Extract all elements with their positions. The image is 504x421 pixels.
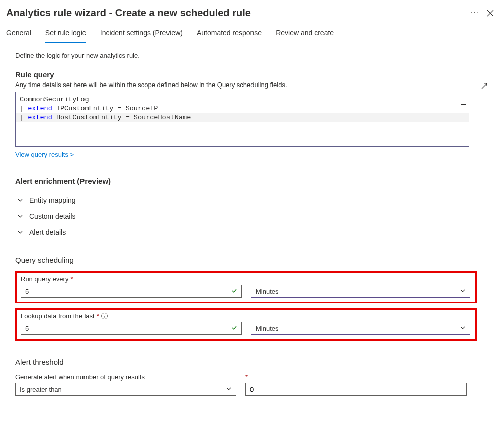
chevron-down-icon: [17, 197, 23, 203]
lookup-data-value-input[interactable]: 5: [21, 322, 242, 335]
page-title: Analytics rule wizard - Create a new sch…: [6, 7, 251, 19]
expand-editor-icon[interactable]: [481, 82, 488, 91]
run-query-every-unit-select[interactable]: Minutes: [251, 285, 470, 298]
alert-threshold-label: Generate alert when number of query resu…: [15, 373, 236, 381]
accordion-label: Alert details: [29, 228, 66, 236]
intro-text: Define the logic for your new analytics …: [15, 52, 489, 59]
info-icon[interactable]: i: [101, 313, 108, 319]
lookup-data-label: Lookup data from the last: [21, 312, 95, 320]
tab-incident-settings[interactable]: Incident settings (Preview): [100, 26, 183, 43]
lookup-data-unit-select[interactable]: Minutes: [251, 322, 470, 335]
accordion-custom-details[interactable]: Custom details: [15, 208, 489, 224]
tab-review-create[interactable]: Review and create: [276, 26, 334, 43]
required-indicator: *: [70, 275, 73, 283]
run-query-every-group: Run query every * 5 Minutes: [15, 271, 477, 303]
valid-check-icon: [231, 325, 237, 332]
wizard-tabs: General Set rule logic Incident settings…: [0, 21, 504, 43]
required-indicator: *: [245, 373, 467, 381]
query-editor[interactable]: CommonSecurityLog | extend IPCustomEntit…: [15, 92, 469, 147]
tab-set-rule-logic[interactable]: Set rule logic: [45, 26, 86, 43]
chevron-down-icon: [460, 288, 466, 295]
tab-automated-response[interactable]: Automated response: [197, 26, 262, 43]
alert-enrichment-title: Alert enrichment (Preview): [15, 177, 489, 185]
close-icon[interactable]: [487, 10, 494, 17]
alert-threshold-title: Alert threshold: [15, 358, 489, 366]
valid-check-icon: [231, 288, 237, 295]
run-query-every-value-input[interactable]: 5: [21, 285, 242, 298]
rule-query-title: Rule query: [15, 70, 489, 79]
panel-header: Analytics rule wizard - Create a new sch…: [0, 0, 504, 21]
alert-threshold-operator-select[interactable]: Is greater than: [15, 383, 236, 396]
chevron-down-icon: [17, 229, 23, 235]
view-query-results-link[interactable]: View query results >: [15, 151, 74, 158]
tab-general[interactable]: General: [6, 26, 31, 43]
alert-threshold-value-input[interactable]: [245, 383, 467, 396]
accordion-label: Custom details: [29, 212, 76, 220]
chevron-down-icon: [226, 386, 232, 393]
rule-query-subtitle: Any time details set here will be within…: [15, 81, 489, 89]
accordion-label: Entity mapping: [29, 196, 76, 204]
accordion-entity-mapping[interactable]: Entity mapping: [15, 192, 489, 208]
query-scheduling-title: Query scheduling: [15, 256, 489, 264]
required-indicator: *: [97, 312, 99, 320]
chevron-down-icon: [460, 325, 466, 332]
query-line-1: CommonSecurityLog: [20, 96, 89, 103]
lookup-data-group: Lookup data from the last * i 5 Minutes: [15, 308, 477, 341]
chevron-down-icon: [17, 213, 23, 219]
more-actions-icon[interactable]: ···: [471, 8, 479, 16]
accordion-alert-details[interactable]: Alert details: [15, 224, 489, 240]
run-query-every-label: Run query every: [21, 275, 68, 283]
collapse-region-icon[interactable]: [461, 104, 466, 105]
